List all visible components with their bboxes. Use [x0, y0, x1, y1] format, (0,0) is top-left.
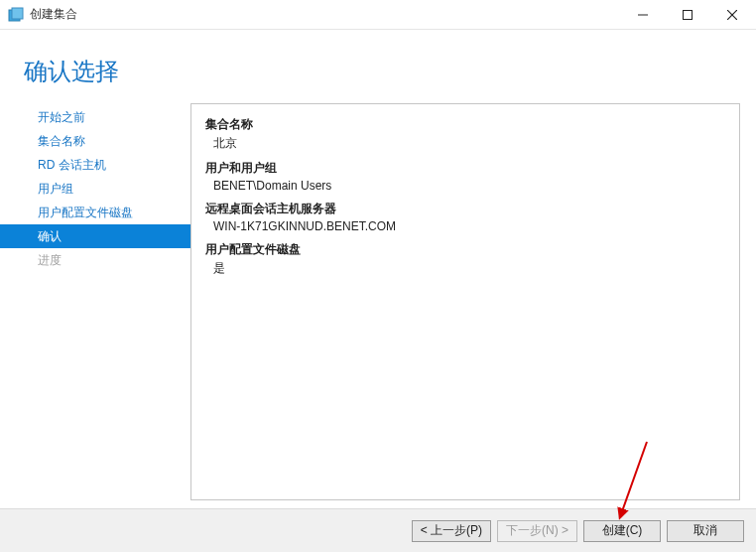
svg-line-5 — [727, 10, 737, 20]
cancel-button[interactable]: 取消 — [667, 520, 744, 542]
label-user-profile-disk: 用户配置文件磁盘 — [205, 241, 725, 258]
sidebar-item-label: 开始之前 — [38, 109, 85, 126]
sidebar-item-before-you-begin[interactable]: 开始之前 — [0, 105, 190, 129]
value-rdsh-server: WIN-1K71GKINNUD.BENET.COM — [205, 219, 725, 233]
value-collection-name: 北京 — [205, 135, 725, 152]
next-button: 下一步(N) > — [497, 520, 577, 542]
svg-line-4 — [727, 10, 737, 20]
sidebar-item-label: 进度 — [38, 252, 62, 269]
page-title: 确认选择 — [24, 56, 732, 87]
wizard-footer: < 上一步(P) 下一步(N) > 创建(C) 取消 — [0, 508, 756, 552]
label-collection-name: 集合名称 — [205, 116, 725, 133]
confirmation-panel: 集合名称 北京 用户和用户组 BENET\Domain Users 远程桌面会话… — [190, 103, 740, 500]
sidebar-item-label: RD 会话主机 — [38, 157, 106, 174]
value-user-profile-disk: 是 — [205, 260, 725, 277]
maximize-button[interactable] — [665, 1, 709, 29]
window-title: 创建集合 — [30, 6, 620, 23]
content-area: 确认选择 开始之前 集合名称 RD 会话主机 用户组 用户配置文件磁盘 确认 进… — [0, 30, 756, 552]
sidebar-item-label: 用户组 — [38, 181, 73, 198]
sidebar-item-progress: 进度 — [0, 248, 190, 272]
sidebar-item-confirmation[interactable]: 确认 — [0, 224, 190, 248]
app-icon — [8, 7, 24, 23]
wizard-sidebar: 开始之前 集合名称 RD 会话主机 用户组 用户配置文件磁盘 确认 进度 — [0, 95, 190, 508]
previous-button[interactable]: < 上一步(P) — [412, 520, 491, 542]
sidebar-item-rd-session-host[interactable]: RD 会话主机 — [0, 153, 190, 177]
titlebar: 创建集合 — [0, 0, 756, 30]
sidebar-item-label: 确认 — [38, 228, 62, 245]
window-controls — [620, 1, 754, 29]
create-button[interactable]: 创建(C) — [583, 520, 661, 542]
value-user-group: BENET\Domain Users — [205, 179, 725, 193]
header: 确认选择 — [0, 30, 756, 95]
sidebar-item-label: 用户配置文件磁盘 — [38, 205, 133, 221]
close-button[interactable] — [709, 1, 754, 29]
minimize-button[interactable] — [620, 1, 665, 29]
sidebar-item-collection-name[interactable]: 集合名称 — [0, 129, 190, 153]
svg-rect-3 — [683, 10, 692, 19]
main-row: 开始之前 集合名称 RD 会话主机 用户组 用户配置文件磁盘 确认 进度 集合名… — [0, 95, 756, 508]
sidebar-item-user-profile-disks[interactable]: 用户配置文件磁盘 — [0, 201, 190, 224]
sidebar-item-label: 集合名称 — [38, 133, 85, 150]
sidebar-item-user-groups[interactable]: 用户组 — [0, 177, 190, 201]
label-rdsh-server: 远程桌面会话主机服务器 — [205, 201, 725, 217]
label-user-group: 用户和用户组 — [205, 160, 725, 177]
svg-rect-1 — [12, 8, 23, 19]
